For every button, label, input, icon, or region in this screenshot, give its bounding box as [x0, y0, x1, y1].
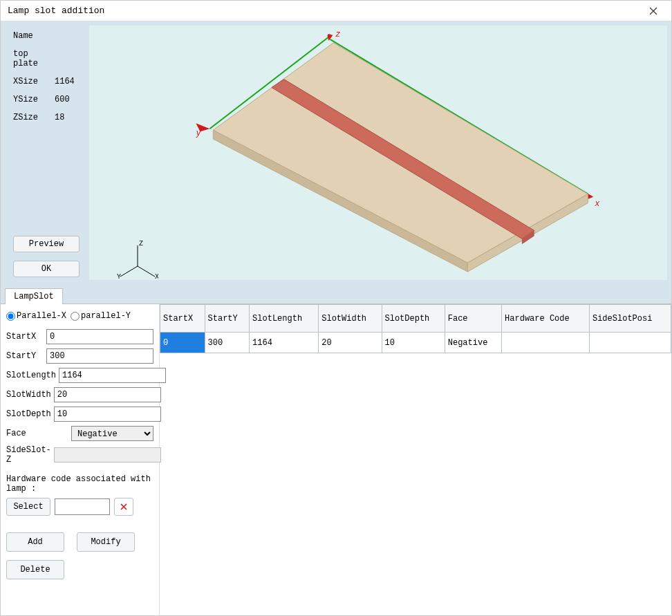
ysize-row: YSize600: [13, 95, 82, 104]
starty-input[interactable]: [46, 348, 153, 364]
slotdepth-input[interactable]: [54, 407, 161, 422]
startx-input[interactable]: [46, 329, 153, 344]
delete-button[interactable]: Delete: [6, 560, 64, 579]
orientation-radios: Parallel-X parallel-Y: [6, 311, 153, 321]
close-icon: [649, 7, 657, 15]
window-title: Lamp slot addition: [8, 6, 640, 16]
select-hardware-button[interactable]: Select: [6, 498, 50, 516]
table-header[interactable]: SlotDepth: [382, 305, 445, 333]
table-header[interactable]: SlotWidth: [319, 305, 382, 333]
hardware-row: Select: [6, 498, 153, 516]
table-header[interactable]: StartY: [205, 305, 250, 333]
tab-lampslot[interactable]: LampSlot: [5, 288, 63, 304]
radio-parallel-x[interactable]: Parallel-X: [6, 311, 66, 321]
radio-parallel-y[interactable]: parallel-Y: [71, 311, 131, 321]
face-label: Face: [6, 429, 68, 438]
table-row[interactable]: 030011642010Negative: [160, 333, 671, 353]
svg-text:x: x: [594, 199, 600, 209]
slotdepth-label: SlotDepth: [6, 409, 51, 419]
titlebar: Lamp slot addition: [1, 1, 671, 21]
ok-button[interactable]: OK: [13, 261, 80, 277]
sideslotz-input: [54, 447, 161, 463]
table-cell[interactable]: Negative: [445, 333, 501, 353]
info-panel: Name top plate XSize1164 YSize600 ZSize1…: [1, 21, 89, 284]
xsize-row: XSize1164: [13, 77, 82, 86]
radio-parallel-y-input[interactable]: [71, 312, 80, 321]
table-cell[interactable]: 300: [205, 333, 250, 353]
upper-pane: Name top plate XSize1164 YSize600 ZSize1…: [1, 21, 671, 284]
table-cell[interactable]: 0: [160, 333, 205, 353]
viewport-3d[interactable]: z x y Z X Y: [89, 26, 667, 280]
radio-parallel-x-input[interactable]: [6, 312, 15, 321]
zsize-row: ZSize18: [13, 113, 82, 122]
table-header[interactable]: StartX: [160, 305, 205, 333]
preview-button[interactable]: Preview: [13, 236, 80, 252]
name-value: top plate: [13, 49, 82, 68]
table-header[interactable]: SideSlotPosi: [589, 305, 671, 333]
slotwidth-input[interactable]: [54, 387, 161, 402]
hardware-assoc-label: Hardware code associated with lamp :: [6, 474, 153, 494]
slot-table[interactable]: StartXStartYSlotLengthSlotWidthSlotDepth…: [160, 304, 671, 353]
x-icon: [120, 503, 127, 510]
table-cell[interactable]: 20: [319, 333, 382, 353]
table-header[interactable]: Face: [445, 305, 501, 333]
hardware-code-input[interactable]: [55, 498, 110, 515]
table-cell[interactable]: [589, 333, 671, 353]
table-cell[interactable]: 1164: [250, 333, 319, 353]
table-header[interactable]: Hardware Code: [502, 305, 590, 333]
svg-text:z: z: [335, 30, 340, 39]
svg-text:Y: Y: [117, 273, 121, 280]
name-label: Name: [13, 31, 82, 41]
tab-strip: LampSlot: [1, 284, 671, 304]
axis-gizmo: Z X Y: [117, 239, 158, 280]
svg-line-5: [120, 266, 138, 277]
lower-pane: Parallel-X parallel-Y StartX StartY Slot…: [1, 304, 671, 616]
add-button[interactable]: Add: [6, 532, 64, 552]
svg-text:Z: Z: [139, 240, 143, 248]
slotlength-input[interactable]: [59, 368, 166, 383]
clear-hardware-button[interactable]: [114, 498, 133, 516]
table-column: StartXStartYSlotLengthSlotWidthSlotDepth…: [160, 304, 671, 616]
table-cell[interactable]: [502, 333, 590, 353]
startx-label: StartX: [6, 332, 44, 342]
face-select[interactable]: Negative: [71, 426, 153, 441]
close-button[interactable]: [640, 1, 667, 21]
svg-text:y: y: [195, 129, 201, 138]
slotlength-label: SlotLength: [6, 371, 56, 380]
svg-line-4: [138, 266, 155, 277]
table-cell[interactable]: 10: [382, 333, 445, 353]
starty-label: StartY: [6, 351, 44, 361]
plate-render: z x y: [89, 26, 667, 280]
modify-button[interactable]: Modify: [77, 532, 135, 552]
sideslotz-label: SideSlot-Z: [6, 445, 51, 465]
svg-text:X: X: [155, 273, 158, 280]
slotwidth-label: SlotWidth: [6, 390, 51, 400]
form-column: Parallel-X parallel-Y StartX StartY Slot…: [1, 304, 160, 616]
table-header[interactable]: SlotLength: [250, 305, 319, 333]
